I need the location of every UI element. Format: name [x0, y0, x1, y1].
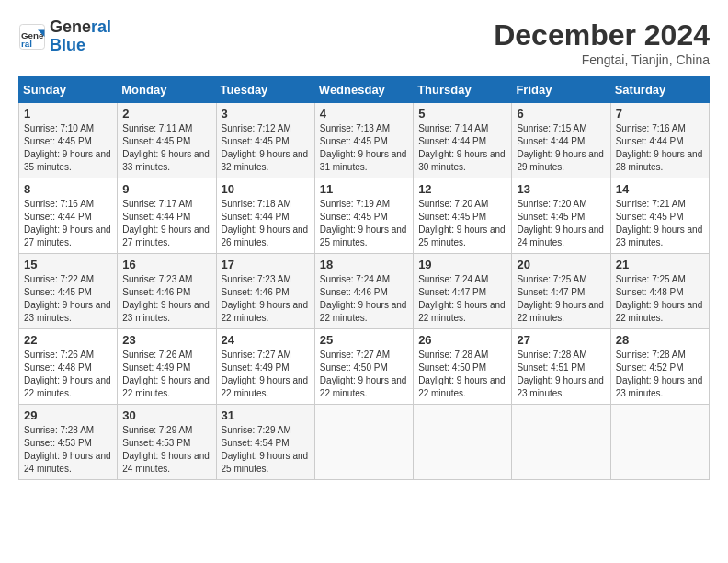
calendar-cell: 14Sunrise: 7:21 AMSunset: 4:45 PMDayligh…	[610, 178, 709, 254]
calendar-cell: 27Sunrise: 7:28 AMSunset: 4:51 PMDayligh…	[512, 329, 610, 405]
day-info: Sunrise: 7:28 AMSunset: 4:50 PMDaylight:…	[418, 349, 506, 400]
day-info: Sunrise: 7:17 AMSunset: 4:44 PMDaylight:…	[122, 198, 210, 249]
calendar-week-row: 8Sunrise: 7:16 AMSunset: 4:44 PMDaylight…	[19, 178, 710, 254]
calendar-week-row: 29Sunrise: 7:28 AMSunset: 4:53 PMDayligh…	[19, 405, 710, 480]
day-number: 20	[517, 258, 605, 271]
logo: Gene ral GeneralBlue	[18, 18, 111, 55]
day-info: Sunrise: 7:15 AMSunset: 4:44 PMDaylight:…	[517, 122, 605, 174]
day-info: Sunrise: 7:27 AMSunset: 4:50 PMDaylight:…	[320, 349, 408, 400]
weekday-header-friday: Friday	[512, 77, 610, 103]
day-info: Sunrise: 7:12 AMSunset: 4:45 PMDaylight:…	[222, 122, 310, 174]
calendar-cell: 26Sunrise: 7:28 AMSunset: 4:50 PMDayligh…	[414, 329, 512, 405]
day-number: 28	[616, 333, 704, 347]
day-number: 24	[222, 333, 310, 347]
calendar-cell: 25Sunrise: 7:27 AMSunset: 4:50 PMDayligh…	[314, 329, 413, 405]
day-number: 10	[222, 182, 310, 196]
day-info: Sunrise: 7:24 AMSunset: 4:46 PMDaylight:…	[320, 273, 408, 325]
day-number: 4	[320, 107, 408, 121]
day-number: 16	[122, 258, 210, 271]
calendar-cell: 20Sunrise: 7:25 AMSunset: 4:47 PMDayligh…	[512, 254, 610, 329]
calendar-cell: 3Sunrise: 7:12 AMSunset: 4:45 PMDaylight…	[216, 103, 314, 178]
weekday-header-saturday: Saturday	[610, 77, 709, 103]
calendar-week-row: 22Sunrise: 7:26 AMSunset: 4:48 PMDayligh…	[19, 329, 710, 405]
calendar-cell: 5Sunrise: 7:14 AMSunset: 4:44 PMDaylight…	[414, 103, 512, 178]
calendar-week-row: 1Sunrise: 7:10 AMSunset: 4:45 PMDaylight…	[19, 103, 710, 178]
day-number: 3	[222, 107, 310, 121]
day-info: Sunrise: 7:16 AMSunset: 4:44 PMDaylight:…	[24, 198, 112, 249]
day-info: Sunrise: 7:26 AMSunset: 4:48 PMDaylight:…	[24, 349, 112, 400]
day-number: 22	[24, 333, 112, 347]
month-title: December 2024	[494, 18, 710, 52]
day-info: Sunrise: 7:10 AMSunset: 4:45 PMDaylight:…	[24, 122, 112, 174]
calendar-cell	[414, 405, 512, 480]
day-info: Sunrise: 7:18 AMSunset: 4:44 PMDaylight:…	[222, 198, 310, 249]
day-info: Sunrise: 7:28 AMSunset: 4:52 PMDaylight:…	[616, 349, 704, 400]
calendar-cell: 23Sunrise: 7:26 AMSunset: 4:49 PMDayligh…	[118, 329, 216, 405]
calendar-cell: 6Sunrise: 7:15 AMSunset: 4:44 PMDaylight…	[512, 103, 610, 178]
day-number: 2	[122, 107, 210, 121]
day-number: 11	[320, 182, 408, 196]
weekday-header-tuesday: Tuesday	[216, 77, 314, 103]
day-info: Sunrise: 7:25 AMSunset: 4:48 PMDaylight:…	[616, 273, 704, 325]
day-info: Sunrise: 7:14 AMSunset: 4:44 PMDaylight:…	[418, 122, 506, 174]
calendar-cell: 24Sunrise: 7:27 AMSunset: 4:49 PMDayligh…	[216, 329, 314, 405]
calendar-cell: 11Sunrise: 7:19 AMSunset: 4:45 PMDayligh…	[314, 178, 413, 254]
logo-text: GeneralBlue	[50, 18, 111, 55]
weekday-header-wednesday: Wednesday	[314, 77, 413, 103]
calendar-cell: 28Sunrise: 7:28 AMSunset: 4:52 PMDayligh…	[610, 329, 709, 405]
calendar-cell: 17Sunrise: 7:23 AMSunset: 4:46 PMDayligh…	[216, 254, 314, 329]
day-number: 29	[24, 408, 112, 422]
weekday-header-thursday: Thursday	[414, 77, 512, 103]
calendar-week-row: 15Sunrise: 7:22 AMSunset: 4:45 PMDayligh…	[19, 254, 710, 329]
calendar-cell: 18Sunrise: 7:24 AMSunset: 4:46 PMDayligh…	[314, 254, 413, 329]
calendar-table: SundayMondayTuesdayWednesdayThursdayFrid…	[18, 76, 710, 480]
day-number: 17	[222, 258, 310, 271]
calendar-cell: 15Sunrise: 7:22 AMSunset: 4:45 PMDayligh…	[19, 254, 118, 329]
day-info: Sunrise: 7:22 AMSunset: 4:45 PMDaylight:…	[24, 273, 112, 325]
calendar-cell: 9Sunrise: 7:17 AMSunset: 4:44 PMDaylight…	[118, 178, 216, 254]
calendar-cell: 4Sunrise: 7:13 AMSunset: 4:45 PMDaylight…	[314, 103, 413, 178]
calendar-cell: 30Sunrise: 7:29 AMSunset: 4:53 PMDayligh…	[118, 405, 216, 480]
day-number: 6	[517, 107, 605, 121]
day-number: 7	[616, 107, 704, 121]
day-number: 25	[320, 333, 408, 347]
day-info: Sunrise: 7:20 AMSunset: 4:45 PMDaylight:…	[418, 198, 506, 249]
weekday-header-row: SundayMondayTuesdayWednesdayThursdayFrid…	[19, 77, 710, 103]
day-number: 5	[418, 107, 506, 121]
calendar-cell: 16Sunrise: 7:23 AMSunset: 4:46 PMDayligh…	[118, 254, 216, 329]
calendar-cell: 1Sunrise: 7:10 AMSunset: 4:45 PMDaylight…	[19, 103, 118, 178]
calendar-cell: 8Sunrise: 7:16 AMSunset: 4:44 PMDaylight…	[19, 178, 118, 254]
calendar-cell	[610, 405, 709, 480]
day-number: 23	[122, 333, 210, 347]
calendar-cell: 21Sunrise: 7:25 AMSunset: 4:48 PMDayligh…	[610, 254, 709, 329]
calendar-cell: 31Sunrise: 7:29 AMSunset: 4:54 PMDayligh…	[216, 405, 314, 480]
day-info: Sunrise: 7:23 AMSunset: 4:46 PMDaylight:…	[122, 273, 210, 325]
day-info: Sunrise: 7:11 AMSunset: 4:45 PMDaylight:…	[122, 122, 210, 174]
day-info: Sunrise: 7:26 AMSunset: 4:49 PMDaylight:…	[122, 349, 210, 400]
calendar-cell: 13Sunrise: 7:20 AMSunset: 4:45 PMDayligh…	[512, 178, 610, 254]
day-number: 13	[517, 182, 605, 196]
day-info: Sunrise: 7:28 AMSunset: 4:53 PMDaylight:…	[24, 424, 112, 476]
day-info: Sunrise: 7:29 AMSunset: 4:54 PMDaylight:…	[222, 424, 310, 476]
page-header: Gene ral GeneralBlue December 2024 Fengt…	[18, 18, 710, 67]
location: Fengtai, Tianjin, China	[494, 52, 710, 67]
day-number: 19	[418, 258, 506, 271]
day-info: Sunrise: 7:28 AMSunset: 4:51 PMDaylight:…	[517, 349, 605, 400]
day-info: Sunrise: 7:23 AMSunset: 4:46 PMDaylight:…	[222, 273, 310, 325]
day-number: 27	[517, 333, 605, 347]
day-number: 30	[122, 408, 210, 422]
svg-text:ral: ral	[21, 38, 32, 48]
title-block: December 2024 Fengtai, Tianjin, China	[494, 18, 710, 67]
calendar-cell: 22Sunrise: 7:26 AMSunset: 4:48 PMDayligh…	[19, 329, 118, 405]
weekday-header-monday: Monday	[118, 77, 216, 103]
calendar-cell	[314, 405, 413, 480]
day-info: Sunrise: 7:24 AMSunset: 4:47 PMDaylight:…	[418, 273, 506, 325]
calendar-cell: 19Sunrise: 7:24 AMSunset: 4:47 PMDayligh…	[414, 254, 512, 329]
calendar-cell: 7Sunrise: 7:16 AMSunset: 4:44 PMDaylight…	[610, 103, 709, 178]
day-info: Sunrise: 7:27 AMSunset: 4:49 PMDaylight:…	[222, 349, 310, 400]
day-info: Sunrise: 7:29 AMSunset: 4:53 PMDaylight:…	[122, 424, 210, 476]
day-info: Sunrise: 7:16 AMSunset: 4:44 PMDaylight:…	[616, 122, 704, 174]
day-number: 18	[320, 258, 408, 271]
day-info: Sunrise: 7:19 AMSunset: 4:45 PMDaylight:…	[320, 198, 408, 249]
day-number: 21	[616, 258, 704, 271]
